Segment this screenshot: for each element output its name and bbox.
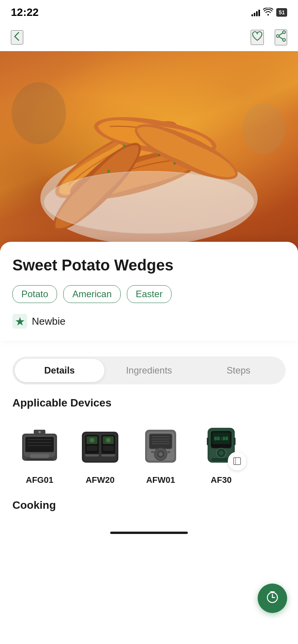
svg-text:88:88: 88:88 (214, 436, 228, 441)
nav-bar (0, 23, 298, 51)
device-image-afg01 (14, 420, 65, 470)
timer-clock-icon (265, 590, 279, 607)
cooking-section-title: Cooking (12, 499, 286, 511)
svg-point-16 (44, 171, 254, 233)
svg-point-12 (123, 145, 126, 148)
svg-rect-55 (151, 451, 154, 453)
svg-point-17 (12, 82, 66, 144)
svg-point-2 (283, 38, 286, 41)
difficulty-label: Newbie (32, 315, 66, 327)
status-bar: 12:22 51 (0, 0, 298, 23)
device-label-afw20: AFW20 (86, 475, 115, 485)
devices-grid: AFG01 (12, 420, 286, 485)
svg-rect-68 (234, 458, 241, 465)
status-time: 12:22 (11, 6, 39, 19)
devices-section: Applicable Devices AFG01 (0, 384, 298, 491)
tabs-container: Details Ingredients Steps (12, 356, 286, 384)
device-label-afg01: AFG01 (26, 475, 54, 485)
wifi-icon (263, 8, 273, 17)
difficulty-row: ★ Newbie (12, 314, 286, 329)
recipe-hero-image (0, 51, 298, 253)
tab-steps[interactable]: Steps (194, 359, 283, 382)
svg-point-18 (243, 103, 285, 154)
recipe-title: Sweet Potato Wedges (12, 256, 286, 274)
home-bar (110, 532, 188, 534)
svg-line-4 (279, 36, 282, 39)
svg-rect-66 (207, 437, 209, 445)
svg-point-13 (158, 154, 160, 156)
tab-details[interactable]: Details (15, 359, 104, 382)
tab-ingredients[interactable]: Ingredients (104, 359, 194, 382)
recipe-content-card: Sweet Potato Wedges Potato American East… (0, 242, 298, 341)
back-button[interactable] (11, 30, 23, 45)
share-button[interactable] (275, 29, 287, 45)
tag-american[interactable]: American (63, 285, 120, 303)
nav-right-actions (251, 29, 287, 45)
signal-icon (251, 9, 260, 16)
favorite-button[interactable] (251, 30, 264, 45)
svg-rect-27 (26, 459, 53, 461)
svg-point-14 (107, 170, 110, 173)
svg-rect-43 (101, 454, 115, 456)
svg-point-54 (159, 452, 163, 456)
status-icons: 51 (251, 8, 287, 17)
tabs-section: Details Ingredients Steps (0, 346, 298, 384)
svg-rect-67 (234, 437, 236, 445)
svg-point-15 (173, 162, 176, 165)
svg-point-29 (38, 431, 41, 433)
timer-fab-button[interactable] (258, 584, 287, 613)
battery-indicator: 51 (276, 8, 287, 17)
tag-easter[interactable]: Easter (127, 285, 172, 303)
svg-rect-56 (167, 451, 170, 453)
svg-line-3 (279, 33, 282, 35)
svg-point-1 (277, 34, 279, 37)
device-item-af30[interactable]: 88:88 AF30 (194, 420, 248, 485)
home-indicator (0, 525, 298, 542)
devices-section-title: Applicable Devices (12, 397, 286, 409)
svg-point-0 (283, 31, 286, 33)
svg-point-64 (219, 451, 224, 455)
tags-row: Potato American Easter (12, 285, 286, 303)
svg-rect-42 (85, 454, 99, 456)
cooking-section: Cooking (0, 491, 298, 525)
device-label-af30: AF30 (211, 475, 232, 485)
svg-rect-26 (30, 454, 49, 458)
svg-rect-40 (87, 446, 97, 451)
device-overlay-icon (228, 452, 246, 470)
device-item-afw20[interactable]: AFW20 (73, 420, 127, 485)
device-label-afw01: AFW01 (146, 475, 175, 485)
device-image-afw01 (135, 420, 186, 470)
svg-point-39 (106, 438, 111, 443)
device-item-afw01[interactable]: AFW01 (133, 420, 188, 485)
star-icon: ★ (12, 314, 27, 329)
svg-point-38 (90, 438, 94, 443)
tag-potato[interactable]: Potato (12, 285, 57, 303)
device-image-af30: 88:88 (196, 420, 246, 470)
device-item-afg01[interactable]: AFG01 (12, 420, 67, 485)
svg-rect-41 (103, 446, 114, 451)
device-image-afw20 (75, 420, 125, 470)
